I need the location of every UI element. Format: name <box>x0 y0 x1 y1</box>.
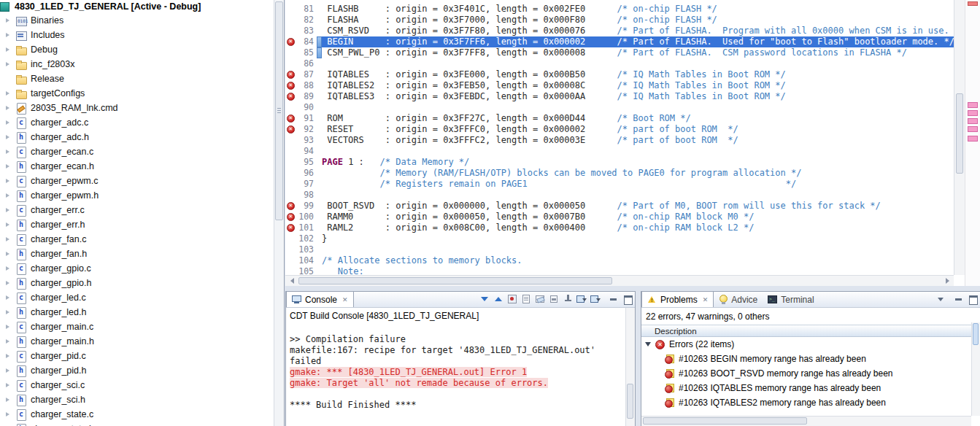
tree-item[interactable]: Includes <box>0 28 284 42</box>
overview-ruler[interactable] <box>965 0 980 286</box>
code-line[interactable]: 82 FLASHA : origin = 0x3F7000, length = … <box>285 15 954 26</box>
tree-item[interactable]: inc_f2803x <box>0 57 284 71</box>
tree-item[interactable]: charger_err.h <box>0 217 284 232</box>
expand-arrow-icon[interactable] <box>6 62 15 66</box>
overview-error-marker[interactable] <box>968 110 978 116</box>
tree-item[interactable]: charger_state.c <box>0 407 284 422</box>
scroll-left-arrow-icon[interactable] <box>285 276 297 286</box>
errors-group-row[interactable]: Errors (22 items) <box>641 337 980 352</box>
display-selected-console-icon[interactable] <box>576 294 587 304</box>
expand-arrow-icon[interactable] <box>6 252 15 256</box>
expand-arrow-icon[interactable] <box>6 237 15 241</box>
expand-arrow-icon[interactable] <box>6 222 15 227</box>
scrollbar-thumb[interactable] <box>973 323 979 345</box>
tree-item[interactable]: charger_gpio.c <box>0 261 284 276</box>
tree-item[interactable]: charger_pid.h <box>0 363 284 378</box>
code-line[interactable]: 101 RAML2 : origin = 0x008C00, length = … <box>285 222 954 233</box>
overview-error-marker[interactable] <box>968 126 978 132</box>
code-line[interactable]: 85 CSM_PWL_P0 : origin = 0x3F7FF8, lengt… <box>285 47 954 58</box>
expand-arrow-icon[interactable] <box>6 150 15 154</box>
minimize-icon[interactable] <box>954 294 964 304</box>
tree-item[interactable]: charger_led.h <box>0 305 284 320</box>
expand-arrow-icon[interactable] <box>6 281 15 285</box>
scrollbar-thumb[interactable] <box>627 384 633 419</box>
tree-item[interactable]: charger_fan.c <box>0 232 284 247</box>
show-error-icon[interactable] <box>507 294 517 304</box>
editor-horizontal-scrollbar[interactable] <box>285 275 954 286</box>
code-line[interactable]: 103 <box>285 244 954 255</box>
tree-item[interactable]: charger_ecan.h <box>0 159 284 174</box>
tree-item[interactable]: charger_led.c <box>0 290 284 305</box>
code-line[interactable]: 90 <box>285 102 954 113</box>
tab-terminal[interactable]: Terminal <box>763 292 819 307</box>
expand-arrow-icon[interactable] <box>6 193 15 198</box>
expand-arrow-icon[interactable] <box>6 208 15 212</box>
expand-arrow-icon[interactable] <box>6 91 15 96</box>
next-error-icon[interactable] <box>479 294 490 304</box>
tree-item[interactable]: targetConfigs <box>0 86 284 101</box>
minimize-icon[interactable] <box>609 294 619 304</box>
scrollbar-thumb[interactable] <box>956 93 963 174</box>
code-line[interactable]: 83 CSM_RSVD : origin = 0x3F7F80, length … <box>285 26 954 36</box>
tree-item[interactable]: charger_state.h <box>0 422 284 426</box>
pin-console-icon[interactable] <box>563 294 573 304</box>
expand-arrow-icon[interactable] <box>6 18 15 23</box>
open-console-icon[interactable] <box>590 294 601 304</box>
maximize-icon[interactable] <box>622 294 633 304</box>
project-root-item[interactable]: 4830_1LED_TJ_GENERAL [Active - Debug] <box>0 0 284 13</box>
problem-row[interactable]: #10263 IQTABLES2 memory range has alread… <box>641 395 980 410</box>
overview-error-marker[interactable] <box>968 1 978 6</box>
tab-console[interactable]: Console ✕ <box>286 292 354 307</box>
code-line[interactable]: 84 BEGIN : origin = 0x3F7FF6, length = 0… <box>285 36 954 47</box>
code-line[interactable]: 104/* Allocate sections to memory blocks… <box>285 255 954 266</box>
scroll-lock-icon[interactable] <box>549 294 559 304</box>
tree-item[interactable]: charger_err.c <box>0 203 284 217</box>
code-lines[interactable]: 81 FLASHB : origin = 0x3F401C, length = … <box>285 0 954 275</box>
expand-arrow-icon[interactable] <box>6 310 15 314</box>
close-icon[interactable]: ✕ <box>342 296 348 303</box>
code-line[interactable]: 88 IQTABLES2 : origin = 0x3FEB50, length… <box>285 80 954 91</box>
expand-arrow-icon[interactable] <box>6 412 15 417</box>
code-line[interactable]: 100 RAMM0 : origin = 0x000050, length = … <box>285 212 954 222</box>
overview-error-marker[interactable] <box>968 118 978 124</box>
clear-console-icon[interactable] <box>535 294 545 304</box>
tree-item[interactable]: charger_main.h <box>0 334 284 349</box>
code-line[interactable]: 89 IQTABLES3 : origin = 0x3FEBDC, length… <box>285 91 954 102</box>
tree-item[interactable]: charger_pid.c <box>0 349 284 363</box>
problems-horizontal-scrollbar[interactable] <box>641 416 971 426</box>
expand-arrow-icon[interactable] <box>6 354 15 358</box>
tree-item[interactable]: Binaries <box>0 13 284 28</box>
code-line[interactable]: 93 VECTORS : origin = 0x3FFFC2, length =… <box>285 135 954 146</box>
view-menu-icon[interactable] <box>935 294 946 304</box>
scrollbar-thumb[interactable] <box>643 417 807 425</box>
code-line[interactable]: 97 /* Registers remain on PAGE1 */ <box>285 179 954 190</box>
tree-item[interactable]: charger_epwm.c <box>0 174 284 188</box>
code-line[interactable]: 92 RESET : origin = 0x3FFFC0, length = 0… <box>285 124 954 135</box>
code-line[interactable]: 81 FLASHB : origin = 0x3F401C, length = … <box>285 4 954 15</box>
tree-item[interactable]: Debug <box>0 42 284 57</box>
code-line[interactable]: 98 <box>285 190 954 201</box>
expand-arrow-icon[interactable] <box>6 383 15 387</box>
tree-item[interactable]: charger_sci.h <box>0 392 284 407</box>
console-vertical-scrollbar[interactable] <box>625 308 635 426</box>
scrollbar-thumb[interactable] <box>275 1 283 220</box>
expand-arrow-icon[interactable] <box>6 325 15 329</box>
problem-row[interactable]: #10263 IQTABLES memory range has already… <box>641 381 980 395</box>
copy-build-log-icon[interactable] <box>521 294 531 304</box>
code-line[interactable]: 95PAGE 1 : /* Data Memory */ <box>285 157 954 168</box>
scrollbar-thumb[interactable] <box>298 277 612 284</box>
code-line[interactable]: 87 IQTABLES : origin = 0x3FE000, length … <box>285 69 954 80</box>
tree-item[interactable]: charger_main.c <box>0 320 284 334</box>
expand-arrow-icon[interactable] <box>6 266 15 271</box>
expand-arrow-icon[interactable] <box>6 179 15 183</box>
expand-arrow-icon[interactable] <box>6 106 15 110</box>
expand-arrow-icon[interactable] <box>6 120 15 125</box>
expand-arrow-icon[interactable] <box>6 368 15 373</box>
description-column-header[interactable]: Description <box>641 325 980 337</box>
expand-arrow-icon[interactable] <box>6 339 15 344</box>
project-explorer-scrollbar[interactable] <box>274 0 284 426</box>
console-output[interactable]: >> Compilation failuremakefile:167: reci… <box>286 322 635 412</box>
expand-arrow-icon[interactable] <box>6 295 15 300</box>
expand-arrow-icon[interactable] <box>6 398 15 402</box>
tree-item[interactable]: charger_adc.h <box>0 130 284 144</box>
